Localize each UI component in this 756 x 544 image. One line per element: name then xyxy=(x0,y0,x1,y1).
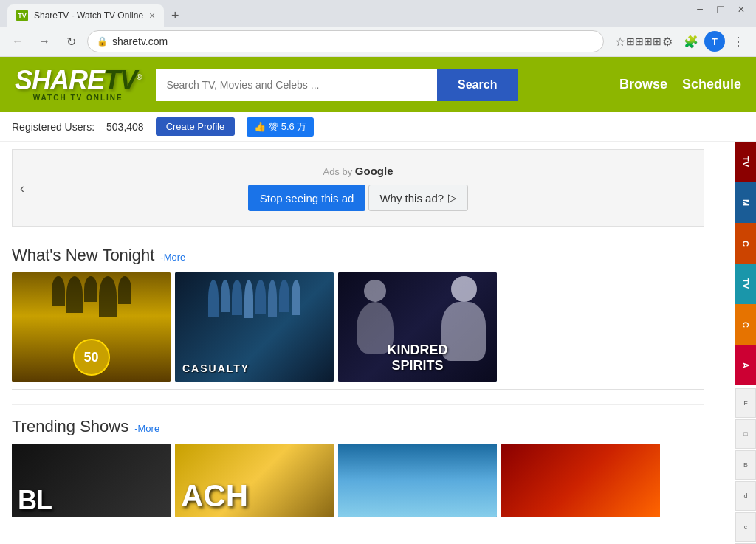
stop-seeing-ad-button[interactable]: Stop seeing this ad xyxy=(248,185,366,211)
address-bar-input[interactable]: 🔒 sharetv.com xyxy=(87,30,604,52)
nav-browse[interactable]: Browse xyxy=(619,77,667,92)
sidebar-tab-anime[interactable]: A xyxy=(735,345,756,385)
window-controls: − □ × xyxy=(693,3,749,16)
show-card-kindred[interactable]: KINDREDSPIRITS xyxy=(338,272,497,382)
yellow-title: ACH xyxy=(181,478,248,514)
sidebar-small-item-4[interactable]: d xyxy=(735,481,756,511)
tab-favicon: TV xyxy=(16,10,28,21)
thumbs-up-icon: 👍 xyxy=(254,121,266,132)
sidebar-small-item-5[interactable]: c xyxy=(735,512,756,542)
puzzle-icon[interactable]: 🧩 xyxy=(681,31,701,52)
logo-share: SHARE xyxy=(15,65,104,95)
grid-icon[interactable]: ⊞⊞⊞⊞ xyxy=(633,31,654,52)
sidebar-tab-celeb[interactable]: C xyxy=(735,223,756,264)
tab-close-button[interactable]: × xyxy=(149,10,155,21)
sidebar-tab-tv[interactable]: TV xyxy=(735,142,756,182)
trending-card-bleach[interactable]: BL xyxy=(12,444,171,517)
tab-title: ShareTV - Watch TV Online xyxy=(34,10,143,21)
logo-tv: TV xyxy=(104,65,137,95)
search-button[interactable]: Search xyxy=(437,69,518,101)
why-this-ad-button[interactable]: Why this ad? ▷ xyxy=(368,185,468,211)
ads-by-google-label: Ads by Google xyxy=(27,165,689,177)
trending-header: Trending Shows -More xyxy=(12,413,704,444)
create-profile-button[interactable]: Create Profile xyxy=(156,117,235,136)
rich-badge: 50 xyxy=(73,339,110,376)
sidebar-small-item-2[interactable]: □ xyxy=(735,419,756,449)
show-card-casualty[interactable]: CASUALTY xyxy=(175,272,334,382)
search-input[interactable] xyxy=(156,69,437,101)
facebook-like-button[interactable]: 👍 赞 5.6 万 xyxy=(247,117,314,137)
registered-count: 503,408 xyxy=(106,121,144,133)
browser-chrome: TV ShareTV - Watch TV Online × + − □ × ←… xyxy=(0,0,756,57)
whats-new-section-header: What's New Tonight -More xyxy=(12,234,704,272)
tab-bar: TV ShareTV - Watch TV Online × + − □ × xyxy=(0,0,756,27)
fb-like-count: 赞 5.6 万 xyxy=(269,120,306,134)
sidebar-small-item-3[interactable]: B xyxy=(735,450,756,480)
google-text: Google xyxy=(355,165,394,177)
registered-label: Registered Users: xyxy=(12,121,94,133)
menu-icon[interactable]: ⋮ xyxy=(728,31,749,52)
sidebar-small-items: F □ B d c c xyxy=(735,388,756,544)
site-logo[interactable]: SHARETV® WATCH TV ONLINE xyxy=(15,67,141,102)
trending-card-multi[interactable] xyxy=(501,444,660,517)
ad-buttons: Stop seeing this ad Why this ad? ▷ xyxy=(27,185,689,211)
logo-text: SHARETV® xyxy=(15,67,141,94)
play-icon: ▷ xyxy=(448,191,457,204)
extensions-icon[interactable]: ⚙ xyxy=(657,31,678,52)
active-tab[interactable]: TV ShareTV - Watch TV Online × xyxy=(7,4,164,27)
kindred-label: KINDREDSPIRITS xyxy=(338,342,497,374)
why-ad-text: Why this ad? xyxy=(379,192,444,204)
address-text: sharetv.com xyxy=(112,35,594,47)
sidebar-small-item-1[interactable]: F xyxy=(735,388,756,418)
trending-card-yellow[interactable]: ACH xyxy=(175,444,334,517)
address-bar: ← → ↻ 🔒 sharetv.com ☆ ⊞⊞⊞⊞ ⚙ 🧩 T ⋮ xyxy=(0,27,756,56)
main-content: ‹ Ads by Google Stop seeing this ad Why … xyxy=(0,142,756,517)
sub-header: Registered Users: 503,408 Create Profile… xyxy=(0,112,756,142)
trending-section: Trending Shows -More BL ACH xyxy=(12,404,704,517)
site-header: SHARETV® WATCH TV ONLINE Search Browse S… xyxy=(0,57,756,112)
right-sidebar-tabs: TV M C TV C A F □ B d c c xyxy=(735,142,756,544)
casualty-label: CASUALTY xyxy=(182,362,250,374)
bleach-title: BL xyxy=(18,487,52,514)
ad-section: ‹ Ads by Google Stop seeing this ad Why … xyxy=(12,149,704,227)
trending-title: Trending Shows xyxy=(12,417,128,436)
sidebar-tab-comics[interactable]: C xyxy=(735,304,756,345)
trending-grid: BL ACH xyxy=(12,444,704,517)
whats-new-title: What's New Tonight xyxy=(12,246,154,265)
new-tab-button[interactable]: + xyxy=(164,4,186,27)
whats-new-grid: 50 CASUALTY xyxy=(12,272,704,382)
logo-tagline: WATCH TV ONLINE xyxy=(15,94,141,102)
sidebar-tab-movies[interactable]: M xyxy=(735,182,756,223)
forward-button[interactable]: → xyxy=(34,31,55,52)
back-button[interactable]: ← xyxy=(7,31,28,52)
search-bar: Search xyxy=(156,69,518,101)
section-divider xyxy=(12,389,704,390)
toolbar-icons: ☆ ⊞⊞⊞⊞ ⚙ 🧩 T ⋮ xyxy=(610,31,749,52)
content-area: ‹ Ads by Google Stop seeing this ad Why … xyxy=(0,142,716,517)
trending-more-link[interactable]: -More xyxy=(134,423,159,434)
logo-reg: ® xyxy=(137,73,141,81)
show-card-rich[interactable]: 50 xyxy=(12,272,171,382)
sidebar-tab-tv2[interactable]: TV xyxy=(735,264,756,304)
whats-new-more-link[interactable]: -More xyxy=(160,252,185,263)
close-button[interactable]: × xyxy=(734,3,749,16)
user-avatar[interactable]: T xyxy=(704,31,725,52)
header-nav: Browse Schedule xyxy=(619,77,741,92)
refresh-button[interactable]: ↻ xyxy=(61,31,81,52)
lock-icon: 🔒 xyxy=(97,36,108,47)
restore-button[interactable]: □ xyxy=(713,3,728,16)
nav-schedule[interactable]: Schedule xyxy=(682,77,741,92)
trending-card-blue[interactable] xyxy=(338,444,497,517)
ad-back-arrow[interactable]: ‹ xyxy=(20,180,24,196)
minimize-button[interactable]: − xyxy=(693,3,707,16)
